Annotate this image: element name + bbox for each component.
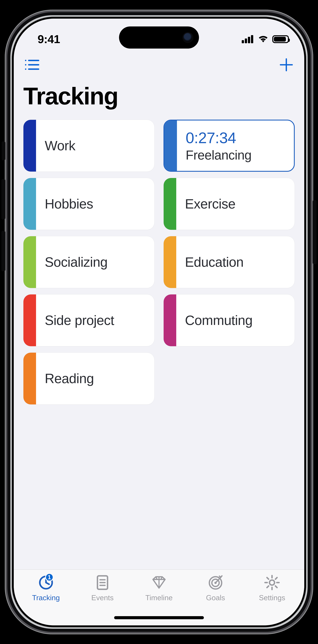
diamond-icon xyxy=(150,574,168,591)
card-body: Exercise xyxy=(176,178,294,230)
tab-label: Events xyxy=(91,594,114,602)
tab-goals[interactable]: Goals xyxy=(187,574,244,602)
device-frame: 9:41 xyxy=(5,10,313,634)
wifi-icon xyxy=(258,35,269,43)
tracking-card-hobbies[interactable]: Hobbies xyxy=(23,178,154,230)
svg-line-29 xyxy=(275,586,277,588)
card-stripe xyxy=(24,120,36,172)
tab-label: Tracking xyxy=(32,594,60,602)
card-label: Education xyxy=(185,254,294,270)
card-label: Side project xyxy=(45,312,154,328)
card-stripe xyxy=(24,353,36,404)
card-body: Side project xyxy=(36,294,154,346)
card-label: Freelancing xyxy=(186,148,294,162)
add-button[interactable] xyxy=(278,56,295,73)
volume-down-button[interactable] xyxy=(2,231,5,271)
svg-line-30 xyxy=(275,578,277,579)
tracking-card-socializing[interactable]: Socializing xyxy=(23,236,154,288)
svg-point-0 xyxy=(25,60,26,61)
mute-switch[interactable] xyxy=(2,141,5,160)
tracking-card-reading[interactable]: Reading xyxy=(23,352,154,404)
card-body: Education xyxy=(176,236,294,288)
tracking-card-work[interactable]: Work xyxy=(23,120,154,172)
card-timer: 0:27:34 xyxy=(186,129,294,147)
svg-point-23 xyxy=(269,580,274,585)
power-button[interactable] xyxy=(313,200,316,264)
bezel: 9:41 xyxy=(12,17,306,627)
card-stripe xyxy=(164,236,176,288)
list-view-button[interactable] xyxy=(23,56,40,73)
tab-label: Timeline xyxy=(145,594,173,602)
tab-label: Settings xyxy=(259,594,285,602)
tab-settings[interactable]: Settings xyxy=(244,574,300,602)
status-indicators xyxy=(242,35,289,43)
target-icon xyxy=(207,574,224,591)
card-label: Reading xyxy=(45,371,154,386)
svg-line-28 xyxy=(267,578,269,579)
tracking-card-exercise[interactable]: Exercise xyxy=(164,178,295,230)
svg-line-31 xyxy=(267,586,269,588)
card-label: Work xyxy=(45,138,154,153)
home-indicator[interactable] xyxy=(114,616,204,619)
cellular-icon xyxy=(242,35,254,43)
card-body: Work xyxy=(36,120,154,172)
svg-point-4 xyxy=(25,68,26,70)
card-body: Commuting xyxy=(176,294,294,346)
card-stripe xyxy=(24,178,36,230)
card-body: Reading xyxy=(36,353,154,404)
tab-events[interactable]: Events xyxy=(74,574,131,602)
card-label: Socializing xyxy=(45,254,154,270)
tab-tracking[interactable]: 1 Tracking xyxy=(18,574,74,602)
dynamic-island xyxy=(119,26,199,48)
status-time: 9:41 xyxy=(38,32,60,46)
document-icon xyxy=(94,574,111,591)
tab-timeline[interactable]: Timeline xyxy=(131,574,187,602)
svg-line-22 xyxy=(216,577,221,583)
gear-icon xyxy=(264,574,280,591)
card-stripe xyxy=(164,120,177,171)
tracking-card-side-project[interactable]: Side project xyxy=(23,294,154,346)
tracking-card-commuting[interactable]: Commuting xyxy=(164,294,295,346)
card-label: Commuting xyxy=(185,312,294,328)
tab-label: Goals xyxy=(206,594,225,602)
nav-bar xyxy=(14,51,304,79)
card-body: 0:27:34 Freelancing xyxy=(177,120,294,171)
page-title: Tracking xyxy=(23,82,118,110)
card-stripe xyxy=(164,294,176,346)
card-label: Exercise xyxy=(185,196,294,212)
tab-badge: 1 xyxy=(45,573,54,582)
tracking-grid: Work 0:27:34 Freelancing Hobbies xyxy=(23,120,295,404)
tracking-card-freelancing[interactable]: 0:27:34 Freelancing xyxy=(164,120,295,172)
card-stripe xyxy=(164,178,176,230)
battery-icon xyxy=(272,35,289,43)
card-body: Hobbies xyxy=(36,178,154,230)
svg-point-2 xyxy=(25,64,26,66)
clock-icon: 1 xyxy=(38,574,54,591)
card-label: Hobbies xyxy=(45,196,154,212)
volume-up-button[interactable] xyxy=(2,179,5,220)
card-stripe xyxy=(24,236,36,288)
svg-line-10 xyxy=(46,582,49,584)
card-body: Socializing xyxy=(36,236,154,288)
tracking-card-education[interactable]: Education xyxy=(164,236,295,288)
screen: 9:41 xyxy=(14,18,304,626)
card-stripe xyxy=(24,294,36,346)
